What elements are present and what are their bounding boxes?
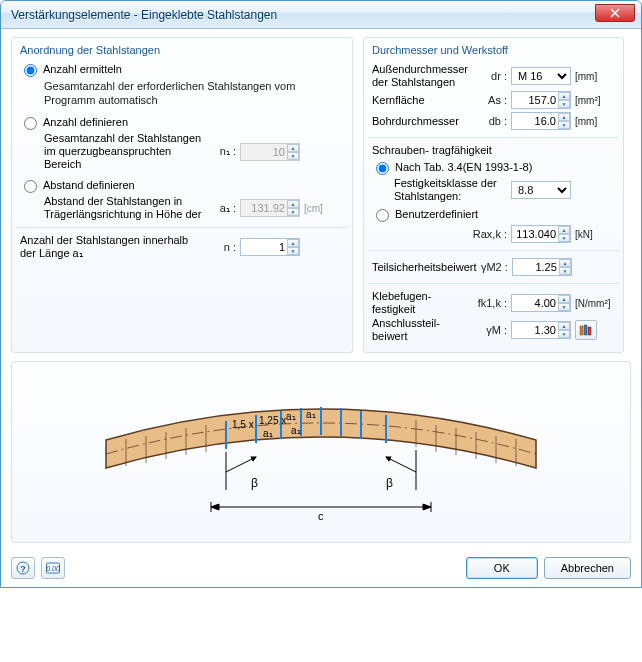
radio-count-auto-desc: Gesamtanzahl der erforderlichen Stahlsta… xyxy=(44,79,344,107)
arrangement-title: Anordnung der Stahlstangen xyxy=(20,42,344,62)
spin-down-icon[interactable]: ▼ xyxy=(558,303,570,311)
window-title: Verstärkungselemente - Eingeklebte Stahl… xyxy=(7,8,277,22)
spin-up-icon[interactable]: ▲ xyxy=(558,92,570,100)
conn-label: Anschlussteil-beiwert xyxy=(372,317,475,343)
spin-up-icon: ▲ xyxy=(287,200,299,208)
n1-symbol: n₁ : xyxy=(204,145,240,158)
svg-text:1,25 x: 1,25 x xyxy=(259,415,286,426)
svg-marker-33 xyxy=(211,504,219,510)
strength-class-label: Festigkeitsklasse der Stahlstangen: xyxy=(394,177,511,203)
svg-text:1,5 x: 1,5 x xyxy=(232,419,254,430)
svg-marker-34 xyxy=(423,504,431,510)
radio-distance-define[interactable] xyxy=(24,180,37,193)
diagram-panel: 1,5 x 1,25 x a₁ a₁ a₁ a₁ β xyxy=(11,361,631,543)
divider xyxy=(368,137,619,138)
rax-symbol: Rax,k : xyxy=(465,228,511,240)
spin-up-icon[interactable]: ▲ xyxy=(558,113,570,121)
cancel-button[interactable]: Abbrechen xyxy=(544,557,631,579)
radio-tab34[interactable] xyxy=(376,162,389,175)
radio-count-define[interactable] xyxy=(24,117,37,130)
ok-button[interactable]: OK xyxy=(466,557,538,579)
units-button[interactable]: 0.00 xyxy=(41,557,65,579)
divider xyxy=(16,227,348,228)
svg-rect-2 xyxy=(588,327,591,335)
close-icon xyxy=(610,8,620,18)
a1-unit: [cm] xyxy=(300,203,344,214)
help-icon: ? xyxy=(16,561,30,575)
rax-unit: [kN] xyxy=(571,229,615,240)
svg-text:a₁: a₁ xyxy=(286,411,296,422)
radio-count-auto-label: Anzahl ermitteln xyxy=(43,62,122,76)
spin-down-icon[interactable]: ▼ xyxy=(558,330,570,338)
radio-count-define-label: Anzahl definieren xyxy=(43,115,128,129)
radio-user-defined[interactable] xyxy=(376,209,389,222)
as-symbol: As : xyxy=(475,94,511,106)
n-symbol: n : xyxy=(204,241,240,253)
spin-down-icon[interactable]: ▼ xyxy=(558,121,570,129)
close-button[interactable] xyxy=(595,4,635,22)
screw-capacity-title: Schrauben- tragfähigkeit xyxy=(372,144,615,156)
spin-down-icon[interactable]: ▼ xyxy=(558,234,570,242)
library-button[interactable] xyxy=(575,320,597,340)
dr-symbol: dr : xyxy=(475,70,511,82)
svg-text:0.00: 0.00 xyxy=(46,565,60,572)
help-button[interactable]: ? xyxy=(11,557,35,579)
spin-down-icon[interactable]: ▼ xyxy=(287,247,299,255)
count-in-a1-label: Anzahl der Stahlstangen innerhalb der Lä… xyxy=(20,234,204,260)
spin-up-icon[interactable]: ▲ xyxy=(559,259,571,267)
spin-up-icon[interactable]: ▲ xyxy=(558,295,570,303)
fk1-unit: [N/mm²] xyxy=(571,298,615,309)
diameter-title: Durchmesser und Werkstoff xyxy=(372,42,615,62)
arrangement-panel: Anordnung der Stahlstangen Anzahl ermitt… xyxy=(11,37,353,353)
spin-down-icon[interactable]: ▼ xyxy=(559,267,571,275)
dr-unit: [mm] xyxy=(571,71,615,82)
radio-count-define-desc: Gesamtanzahl der Stahlstangen im querzug… xyxy=(44,132,204,171)
spin-down-icon: ▼ xyxy=(287,152,299,160)
library-icon xyxy=(579,324,593,336)
svg-rect-0 xyxy=(580,326,583,335)
strength-combo[interactable]: 8.8 xyxy=(511,181,571,199)
spin-up-icon[interactable]: ▲ xyxy=(558,322,570,330)
dialog-content: Anordnung der Stahlstangen Anzahl ermitt… xyxy=(1,29,641,587)
units-icon: 0.00 xyxy=(46,562,60,574)
svg-text:a₁: a₁ xyxy=(291,425,301,436)
radio-distance-define-label: Abstand definieren xyxy=(43,178,135,192)
ym-symbol: γM : xyxy=(475,324,511,336)
radio-distance-define-desc: Abstand der Stahlstangen in Trägerlängsr… xyxy=(44,195,204,221)
svg-text:c: c xyxy=(318,510,324,522)
spin-up-icon: ▲ xyxy=(287,144,299,152)
svg-text:a₁: a₁ xyxy=(306,409,316,420)
db-symbol: db : xyxy=(475,115,511,127)
titlebar: Verstärkungselemente - Eingeklebte Stahl… xyxy=(1,1,641,29)
dialog-window: Verstärkungselemente - Eingeklebte Stahl… xyxy=(0,0,642,588)
spin-up-icon[interactable]: ▲ xyxy=(287,239,299,247)
spin-down-icon[interactable]: ▼ xyxy=(558,100,570,108)
glue-label: Klebefugen-festigkeit xyxy=(372,290,469,316)
ym2-symbol: γM2 : xyxy=(477,261,512,273)
a1-symbol: a₁ : xyxy=(204,202,240,215)
spin-up-icon[interactable]: ▲ xyxy=(558,226,570,234)
as-unit: [mm²] xyxy=(571,95,615,106)
svg-text:β: β xyxy=(386,476,393,490)
outer-diameter-label: Außendurchmesser der Stahlstangen xyxy=(372,63,475,89)
footer: ? 0.00 OK Abbrechen xyxy=(11,551,631,579)
radio-tab34-label: Nach Tab. 3.4(EN 1993-1-8) xyxy=(395,160,532,174)
svg-rect-1 xyxy=(584,325,587,335)
beam-diagram: 1,5 x 1,25 x a₁ a₁ a₁ a₁ β xyxy=(81,372,561,532)
svg-text:?: ? xyxy=(20,564,26,574)
divider xyxy=(368,283,619,284)
radio-user-defined-label: Benutzerdefiniert xyxy=(395,207,478,221)
divider xyxy=(368,250,619,251)
fk1-symbol: fk1,k : xyxy=(469,297,511,309)
svg-text:a₁: a₁ xyxy=(263,428,273,439)
db-unit: [mm] xyxy=(571,116,615,127)
spin-down-icon: ▼ xyxy=(287,208,299,216)
core-area-label: Kernfläche xyxy=(372,94,475,107)
dr-combo[interactable]: M 16 xyxy=(511,67,571,85)
partial-safety-label: Teilsicherheitsbeiwert xyxy=(372,261,477,274)
diameter-panel: Durchmesser und Werkstoff Außendurchmess… xyxy=(363,37,624,353)
bore-diameter-label: Bohrdurchmesser xyxy=(372,115,475,128)
radio-count-auto[interactable] xyxy=(24,64,37,77)
svg-text:β: β xyxy=(251,476,258,490)
